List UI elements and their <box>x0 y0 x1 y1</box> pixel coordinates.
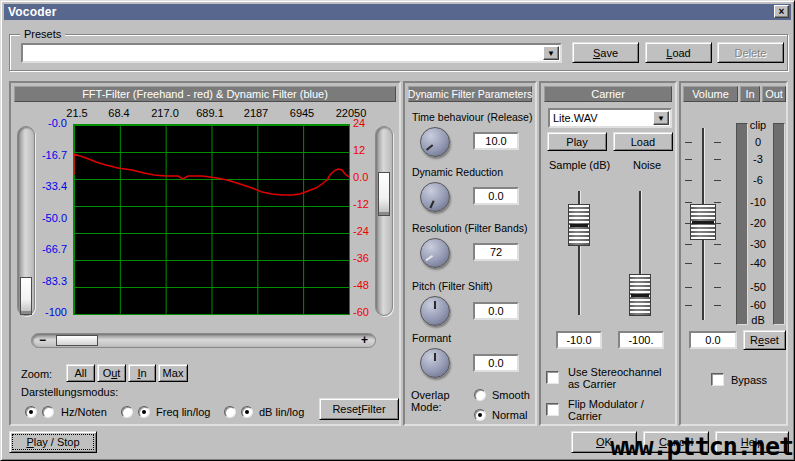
bypass-checkbox[interactable] <box>711 373 724 386</box>
presets-legend: Presets <box>20 28 65 40</box>
meter-scale-tick: dB <box>743 314 773 326</box>
formant-knob[interactable] <box>420 348 450 378</box>
carrier-combo[interactable]: Lite.WAV ▼ <box>548 108 672 128</box>
knob-indicator <box>434 301 436 309</box>
volume-panel: Volume In Out clip 0 -3 -6 -10 -20 -30 -… <box>679 81 788 426</box>
pitch-knob[interactable] <box>420 296 450 326</box>
zoom-all-button[interactable]: All <box>66 364 95 382</box>
vocoder-dialog: Vocoder × Presets ▼ Save Load Delete FFT… <box>0 0 795 461</box>
dynamic-reduction-value[interactable]: 0.0 <box>473 187 519 205</box>
right-zoom-slider[interactable] <box>375 126 393 316</box>
x-tick: 217.0 <box>151 107 179 119</box>
left-tick: -83.3 <box>33 275 67 287</box>
left-tick: -16.7 <box>33 149 67 161</box>
x-tick: 68.4 <box>108 107 129 119</box>
db-linlog-radio-left[interactable] <box>224 406 236 418</box>
volume-value[interactable]: 0.0 <box>689 331 737 349</box>
left-zoom-slider-thumb[interactable] <box>20 277 32 315</box>
graph-scrollbar[interactable]: − + <box>31 333 376 348</box>
presets-combo[interactable]: ▼ <box>21 43 562 63</box>
filter-graph[interactable] <box>73 124 350 315</box>
carrier-play-button[interactable]: Play <box>547 132 607 151</box>
meter-scale-tick: -30 <box>743 238 773 250</box>
left-tick: -0.0 <box>33 117 67 129</box>
delete-button[interactable]: Delete <box>717 42 784 63</box>
fader-ticks-right <box>714 142 721 143</box>
right-zoom-slider-thumb[interactable] <box>378 172 390 216</box>
fft-panel: FFT-Filter (Freehand - red) & Dynamic Fi… <box>9 81 401 426</box>
param-label: Time behaviour (Release) <box>412 111 532 123</box>
overlap-normal-radio[interactable] <box>474 409 486 421</box>
sample-label: Sample (dB) <box>549 159 610 171</box>
load-button[interactable]: Load <box>645 42 712 63</box>
hz-noten-radio-right[interactable] <box>42 406 54 418</box>
time-behaviour-value[interactable]: 10.0 <box>473 132 519 150</box>
flip-modulator-label: Flip Modulator / Carrier <box>568 398 674 422</box>
resolution-knob[interactable] <box>420 238 450 268</box>
knob-indicator <box>426 144 433 151</box>
freq-linlog-radio-right[interactable] <box>138 406 150 418</box>
meter-scale-tick: -6 <box>743 174 773 186</box>
close-icon[interactable]: × <box>774 5 789 18</box>
presets-group: Presets ▼ Save Load Delete <box>9 34 788 71</box>
left-tick: -66.7 <box>33 243 67 255</box>
overlap-smooth-radio[interactable] <box>474 389 486 401</box>
save-button[interactable]: Save <box>572 42 639 63</box>
dynamic-reduction-knob[interactable] <box>420 182 450 212</box>
zoom-in-button[interactable]: In <box>128 364 156 382</box>
carrier-header: Carrier <box>544 86 672 102</box>
fft-header: FFT-Filter (Freehand - red) & Dynamic Fi… <box>14 86 396 102</box>
sample-slider-thumb[interactable] <box>568 204 590 246</box>
db-linlog-radio-right[interactable] <box>241 406 253 418</box>
hz-noten-label: Hz/Noten <box>61 406 107 418</box>
hz-noten-radio-left[interactable] <box>25 406 37 418</box>
filter-curve-svg <box>74 125 349 314</box>
volume-fader-thumb[interactable] <box>690 204 716 240</box>
overlap-mode-label: Overlap Mode: <box>411 389 461 413</box>
overlap-normal-label: Normal <box>492 409 527 421</box>
ok-button[interactable]: OK <box>571 431 637 453</box>
resolution-value[interactable]: 72 <box>473 243 519 261</box>
left-zoom-slider[interactable] <box>17 126 35 316</box>
knob-indicator <box>429 200 434 208</box>
chevron-down-icon[interactable]: ▼ <box>543 46 559 60</box>
bypass-label: Bypass <box>731 374 767 386</box>
zoom-out-button[interactable]: Out <box>97 364 126 382</box>
sample-value[interactable]: -10.0 <box>556 331 602 349</box>
db-linlog-label: dB lin/log <box>259 406 304 418</box>
time-behaviour-knob[interactable] <box>420 127 450 157</box>
chevron-down-icon[interactable]: ▼ <box>653 111 669 125</box>
cancel-button[interactable]: Cancel <box>643 431 709 453</box>
param-label: Pitch (Filter Shift) <box>412 280 493 292</box>
reset-filter-button[interactable]: Reset Filter <box>319 398 399 420</box>
pitch-value[interactable]: 0.0 <box>473 302 519 320</box>
scroll-minus-icon[interactable]: − <box>39 334 46 347</box>
dynamic-filter-header: Dynamic Filter Parameters <box>408 86 532 102</box>
play-stop-button[interactable]: Play / Stop <box>9 431 97 453</box>
meter-scale-tick: -50 <box>743 281 773 293</box>
noise-slider-thumb[interactable] <box>629 274 651 316</box>
volume-reset-button[interactable]: Reset <box>743 330 786 350</box>
carrier-combo-value: Lite.WAV <box>550 112 598 124</box>
fader-ticks-left <box>685 142 692 143</box>
meter-scale-tick: -20 <box>743 217 773 229</box>
freq-linlog-radio-left[interactable] <box>121 406 133 418</box>
param-label: Dynamic Reduction <box>412 166 503 178</box>
volume-out-header: Out <box>762 86 786 102</box>
scroll-plus-icon[interactable]: + <box>361 334 368 347</box>
help-button[interactable]: Help <box>715 431 789 453</box>
graph-scrollbar-thumb[interactable] <box>56 335 98 346</box>
flip-modulator-checkbox[interactable] <box>546 403 559 416</box>
zoom-max-button[interactable]: Max <box>158 364 188 382</box>
volume-in-header: In <box>740 86 760 102</box>
carrier-load-button[interactable]: Load <box>613 132 673 151</box>
stereo-carrier-checkbox[interactable] <box>546 371 559 384</box>
volume-header: Volume <box>683 86 738 102</box>
zoom-label: Zoom: <box>21 368 52 380</box>
formant-value[interactable]: 0.0 <box>473 354 519 372</box>
display-mode-label: Darstellungsmodus: <box>21 386 118 398</box>
x-tick: 2187 <box>244 107 268 119</box>
noise-value[interactable]: -100. <box>618 331 664 349</box>
left-tick: -33.4 <box>33 180 67 192</box>
meter-scale-tick: -3 <box>743 153 773 165</box>
